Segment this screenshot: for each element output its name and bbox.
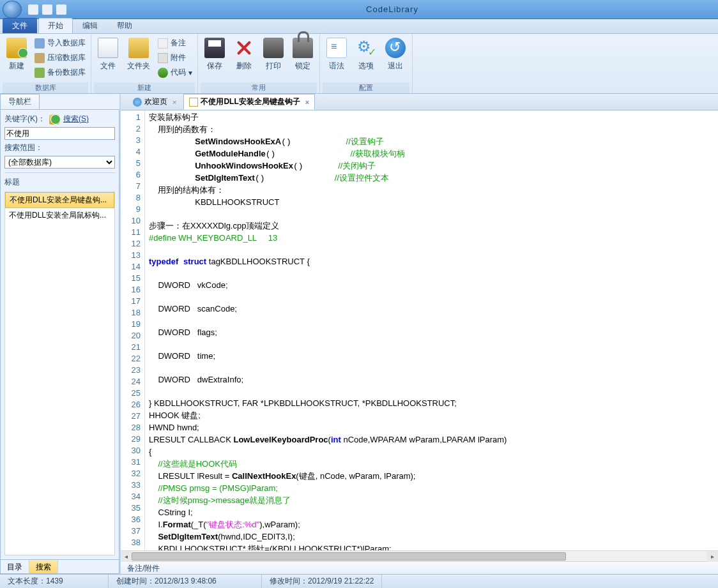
window-title: CodeLibrary [66, 4, 718, 14]
code-icon [158, 68, 168, 78]
ribbon-group-new: 文件 文件夹 备注 附件 代码 ▾ 新建 [91, 34, 198, 93]
code-editor[interactable]: 1234567891011121314151617181920212223242… [121, 110, 718, 550]
import-icon [34, 38, 45, 49]
tab-edit[interactable]: 编辑 [73, 18, 107, 33]
scroll-thumb[interactable] [132, 552, 566, 561]
status-bar: 文本长度：1439 创建时间：2012/8/13 9:48:06 修改时间：20… [0, 574, 718, 588]
qat-new-icon[interactable] [28, 4, 38, 15]
code-content[interactable]: 安装鼠标钩子 用到的函数有： SetWindowsHookExA() //设置钩… [145, 110, 718, 550]
exit-icon [385, 38, 406, 58]
options-icon [356, 38, 376, 58]
editor-tab-welcome[interactable]: 欢迎页 × [127, 94, 182, 110]
print-icon [263, 38, 284, 58]
nav-panel-tab: 导航栏 [0, 94, 119, 109]
print-button[interactable]: 打印 [259, 35, 287, 74]
search-scope-icon[interactable] [49, 114, 59, 124]
search-link[interactable]: 搜索(S) [63, 114, 89, 124]
ribbon-group-common: 保存 删除 打印 锁定 常用 [198, 34, 320, 93]
close-icon[interactable]: × [305, 98, 309, 106]
status-created: 创建时间：2012/8/13 9:48:06 [109, 575, 262, 588]
lock-icon [293, 38, 313, 58]
database-icon [6, 38, 27, 58]
ribbon-tabs: 文件 开始 编辑 帮助 [0, 19, 718, 34]
nav-bottom-tabs: 目录 搜索 [0, 560, 119, 574]
scope-select[interactable]: (全部数据库) [4, 156, 115, 169]
ribbon-group-database: 新建 导入数据库 压缩数据库 备份数据库 数据库 [0, 34, 91, 93]
code-button[interactable]: 代码 ▾ [155, 66, 195, 79]
search-results-list[interactable]: 不使用DLL安装全局键盘钩... 不使用DLL安装全局鼠标钩... [4, 192, 115, 555]
editor-tab-document[interactable]: 不使用DLL安装全局键盘钩子 × [183, 94, 315, 110]
scope-label: 搜索范围： [4, 142, 115, 153]
navigation-panel: 导航栏 关键字(K)： 搜索(S) 搜索范围： (全部数据库) 标题 不使用DL… [0, 94, 119, 574]
status-length: 文本长度：1439 [0, 575, 109, 588]
title-header: 标题 [4, 177, 115, 188]
compress-db-button[interactable]: 压缩数据库 [32, 51, 88, 64]
folder-icon [128, 38, 149, 58]
editor-footer[interactable]: 备注/附件 [121, 561, 718, 574]
status-modified: 修改时间：2012/9/19 21:22:22 [262, 575, 382, 588]
compress-icon [34, 53, 45, 63]
exit-button[interactable]: 退出 [381, 35, 409, 74]
editor-tabs: 欢迎页 × 不使用DLL安装全局键盘钩子 × [121, 94, 718, 110]
syntax-button[interactable]: 语法 [323, 35, 351, 74]
delete-icon [234, 38, 254, 58]
delete-button[interactable]: 删除 [230, 35, 258, 74]
file-menu[interactable]: 文件 [3, 18, 37, 33]
save-icon [204, 38, 225, 58]
horizontal-scrollbar[interactable]: ◂ ▸ [121, 550, 718, 561]
title-bar: CodeLibrary [0, 0, 718, 19]
save-button[interactable]: 保存 [201, 35, 229, 74]
syntax-icon [326, 38, 347, 58]
keyword-label: 关键字(K)： [4, 114, 45, 124]
qat-save-icon[interactable] [42, 4, 52, 15]
close-icon[interactable]: × [172, 98, 176, 106]
app-menu-orb[interactable] [3, 1, 22, 19]
qat-refresh-icon[interactable] [56, 4, 66, 15]
scroll-left-arrow[interactable]: ◂ [121, 551, 132, 562]
attach-button[interactable]: 附件 [155, 51, 195, 64]
keyword-input[interactable] [4, 127, 115, 140]
scroll-right-arrow[interactable]: ▸ [707, 551, 718, 562]
note-icon [158, 38, 168, 49]
list-item[interactable]: 不使用DLL安装全局鼠标钩... [5, 208, 114, 223]
document-icon [189, 98, 198, 107]
line-gutter: 1234567891011121314151617181920212223242… [121, 110, 145, 550]
new-database-button[interactable]: 新建 [3, 35, 31, 74]
import-db-button[interactable]: 导入数据库 [32, 36, 88, 50]
quick-access-toolbar [28, 4, 66, 15]
ribbon-group-config: 语法 选项 退出 配置 [320, 34, 413, 93]
new-file-button[interactable]: 文件 [94, 35, 122, 74]
tab-search[interactable]: 搜索 [29, 560, 58, 573]
tab-directory[interactable]: 目录 [1, 560, 29, 573]
attachment-icon [158, 53, 168, 63]
backup-db-button[interactable]: 备份数据库 [32, 66, 88, 79]
main-area: 导航栏 关键字(K)： 搜索(S) 搜索范围： (全部数据库) 标题 不使用DL… [0, 94, 718, 574]
welcome-icon [133, 98, 142, 107]
list-item[interactable]: 不使用DLL安装全局键盘钩... [5, 192, 114, 208]
options-button[interactable]: 选项 [352, 35, 380, 74]
file-icon [98, 38, 118, 58]
lock-button[interactable]: 锁定 [289, 35, 317, 74]
editor-panel: 欢迎页 × 不使用DLL安装全局键盘钩子 × 12345678910111213… [119, 94, 718, 574]
note-button[interactable]: 备注 [155, 36, 195, 50]
ribbon: 新建 导入数据库 压缩数据库 备份数据库 数据库 文件 文件夹 备注 附件 代码… [0, 34, 718, 94]
tab-start[interactable]: 开始 [38, 18, 73, 33]
tab-help[interactable]: 帮助 [107, 18, 142, 33]
backup-icon [34, 68, 45, 78]
new-folder-button[interactable]: 文件夹 [123, 35, 154, 74]
